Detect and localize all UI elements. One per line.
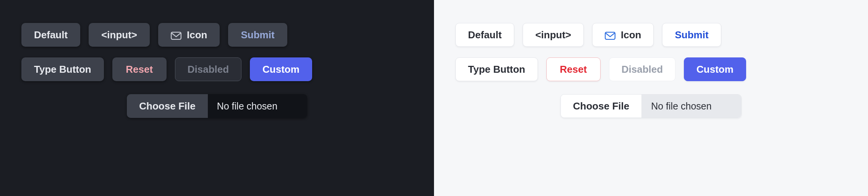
- type-button[interactable]: Type Button: [21, 57, 104, 81]
- reset-button[interactable]: Reset: [112, 57, 167, 81]
- disabled-button: Disabled: [609, 57, 675, 81]
- custom-button[interactable]: Custom: [250, 57, 312, 81]
- custom-button-label: Custom: [696, 64, 734, 75]
- light-panel: Default <input> Icon Submit Type Button …: [434, 0, 868, 196]
- svg-rect-1: [605, 32, 615, 39]
- input-button[interactable]: <input>: [523, 23, 584, 47]
- type-button[interactable]: Type Button: [455, 57, 538, 81]
- submit-button[interactable]: Submit: [228, 23, 287, 47]
- input-button-label: <input>: [535, 29, 571, 41]
- choose-file-button[interactable]: Choose File: [127, 94, 207, 118]
- default-button-label: Default: [34, 29, 68, 41]
- file-status: No file chosen: [642, 95, 741, 118]
- file-status: No file chosen: [208, 94, 307, 118]
- type-button-label: Type Button: [34, 64, 91, 75]
- reset-button-label: Reset: [126, 64, 153, 75]
- mail-icon: [171, 31, 181, 39]
- disabled-button: Disabled: [175, 57, 241, 81]
- file-input[interactable]: Choose File No file chosen: [127, 94, 307, 118]
- light-row-2: Type Button Reset Disabled Custom: [455, 57, 847, 81]
- choose-file-button[interactable]: Choose File: [561, 95, 642, 118]
- dark-row-2: Type Button Reset Disabled Custom: [21, 57, 413, 81]
- submit-button-label: Submit: [241, 29, 274, 41]
- icon-button[interactable]: Icon: [592, 23, 654, 47]
- disabled-button-label: Disabled: [188, 64, 229, 75]
- light-file-row: Choose File No file chosen: [455, 94, 847, 118]
- submit-button[interactable]: Submit: [662, 23, 721, 47]
- custom-button[interactable]: Custom: [684, 57, 746, 81]
- icon-button[interactable]: Icon: [158, 23, 220, 47]
- default-button[interactable]: Default: [21, 23, 80, 47]
- type-button-label: Type Button: [468, 64, 525, 75]
- icon-button-label: Icon: [187, 29, 207, 41]
- choose-file-label: Choose File: [139, 100, 195, 112]
- dark-file-row: Choose File No file chosen: [21, 94, 413, 118]
- input-button[interactable]: <input>: [89, 23, 150, 47]
- reset-button-label: Reset: [560, 64, 587, 75]
- choose-file-label: Choose File: [573, 100, 629, 112]
- file-input[interactable]: Choose File No file chosen: [560, 94, 742, 118]
- icon-button-label: Icon: [621, 29, 641, 41]
- light-row-1: Default <input> Icon Submit: [455, 23, 847, 47]
- disabled-button-label: Disabled: [622, 64, 663, 75]
- svg-rect-0: [171, 32, 181, 39]
- dark-row-1: Default <input> Icon Submit: [21, 23, 413, 47]
- default-button-label: Default: [468, 29, 502, 41]
- file-status-text: No file chosen: [217, 101, 277, 112]
- default-button[interactable]: Default: [455, 23, 514, 47]
- reset-button[interactable]: Reset: [546, 57, 601, 81]
- mail-icon: [605, 31, 615, 39]
- file-status-text: No file chosen: [651, 101, 711, 112]
- dark-panel: Default <input> Icon Submit Type Button …: [0, 0, 434, 196]
- submit-button-label: Submit: [675, 29, 708, 41]
- custom-button-label: Custom: [262, 64, 300, 75]
- input-button-label: <input>: [101, 29, 137, 41]
